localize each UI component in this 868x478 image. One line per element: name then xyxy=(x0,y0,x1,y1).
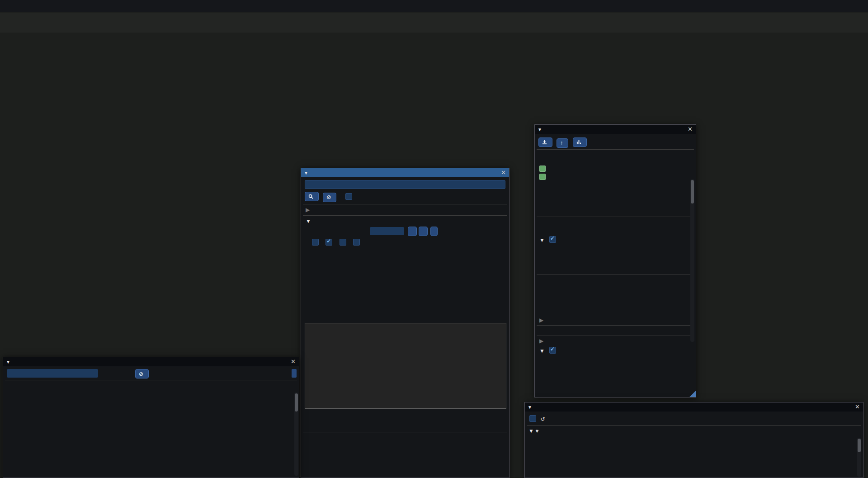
find-button[interactable] xyxy=(305,192,319,201)
histogram-options xyxy=(312,239,360,246)
cumulate-time-checkbox[interactable] xyxy=(340,239,346,246)
memory-window: ▼ ✕ ↺ ▼ ♥ xyxy=(524,402,863,478)
search-icon xyxy=(308,194,313,199)
statistics-window: ▼ ✕ ⊘ xyxy=(3,357,299,478)
log-time-checkbox[interactable] xyxy=(326,239,332,246)
scrollbar[interactable] xyxy=(857,438,861,477)
timeline-ruler xyxy=(0,33,868,49)
close-icon[interactable]: ✕ xyxy=(855,402,860,412)
bar-chart-icon xyxy=(576,140,581,145)
find-zone-histogram[interactable] xyxy=(305,323,506,409)
scrollbar[interactable] xyxy=(690,179,694,342)
ignore-case-checkbox[interactable] xyxy=(345,193,352,200)
location-color-swatch xyxy=(539,166,546,172)
memory-titlebar[interactable]: ▼ ✕ xyxy=(525,402,863,412)
reset-button[interactable] xyxy=(430,227,438,236)
collapse-icon[interactable]: ▼ xyxy=(6,360,10,364)
histogram-header[interactable]: ▼ xyxy=(306,218,312,224)
thread-color-swatch xyxy=(539,174,546,180)
clear-filter-button[interactable]: ⊘ xyxy=(135,369,149,379)
collapse-icon[interactable]: ▼ xyxy=(528,405,532,410)
log-values-checkbox[interactable] xyxy=(312,239,319,246)
group-children-checkbox[interactable] xyxy=(549,347,556,354)
min-bin-input[interactable] xyxy=(370,227,404,235)
close-icon[interactable]: ✕ xyxy=(688,125,693,134)
time-relative-checkbox[interactable] xyxy=(549,236,556,243)
main-toolbar xyxy=(0,0,868,12)
child-zones-header[interactable]: ▼ xyxy=(539,347,556,354)
clear-button[interactable]: ⊘ xyxy=(323,193,336,202)
search-input[interactable] xyxy=(305,180,505,189)
zone-info-window: ▼ ✕ ↑ ▼ ▶ xyxy=(534,124,696,398)
up-arrow-icon: ↑ xyxy=(560,140,563,146)
clear-icon: ⊘ xyxy=(326,194,331,200)
clear-icon: ⊘ xyxy=(139,371,143,377)
active-allocations-header[interactable]: ▼ ♥ xyxy=(528,428,548,434)
history-icon: ↺ xyxy=(540,416,545,422)
frame-time-strip[interactable] xyxy=(0,13,868,33)
go-to-parent-button[interactable]: ↑ xyxy=(557,138,568,148)
filter-input[interactable] xyxy=(7,369,98,378)
collapse-icon[interactable]: ▼ xyxy=(304,170,308,175)
zoom-to-zone-button[interactable] xyxy=(538,137,552,147)
matched-source-locations[interactable]: ▶ xyxy=(306,207,311,213)
collapse-icon[interactable]: ▼ xyxy=(538,127,542,132)
heart-icon: ♥ xyxy=(535,428,538,434)
self-time-checkbox[interactable] xyxy=(353,239,360,246)
zone-trace-header[interactable]: ▶ xyxy=(539,338,545,344)
resize-grip[interactable] xyxy=(689,391,696,397)
tracy-profiler-window: ▼ ✕ ⊘ ▶ ▼ xyxy=(0,0,868,478)
scroll-corner[interactable] xyxy=(292,369,297,378)
bin-plus-button[interactable] xyxy=(419,227,428,236)
close-icon[interactable]: ✕ xyxy=(291,357,296,366)
statistics-button-zi[interactable] xyxy=(573,137,587,147)
zoom-to-zone-icon xyxy=(542,140,547,145)
allocations-list[interactable]: ▶ xyxy=(539,317,545,323)
scrollbar[interactable] xyxy=(294,393,298,476)
find-zone-titlebar[interactable]: ▼ ✕ xyxy=(301,168,509,177)
wait-regions-header[interactable]: ▼ xyxy=(539,236,556,243)
find-zone-window: ▼ ✕ ⊘ ▶ ▼ xyxy=(301,168,509,478)
zone-info-titlebar[interactable]: ▼ ✕ xyxy=(535,125,696,134)
restrict-time-checkbox[interactable] xyxy=(529,415,536,422)
bin-minus-button[interactable] xyxy=(408,227,417,236)
frame-separator-row xyxy=(0,49,868,57)
statistics-titlebar[interactable]: ▼ ✕ xyxy=(3,357,299,366)
close-icon[interactable]: ✕ xyxy=(501,168,506,177)
